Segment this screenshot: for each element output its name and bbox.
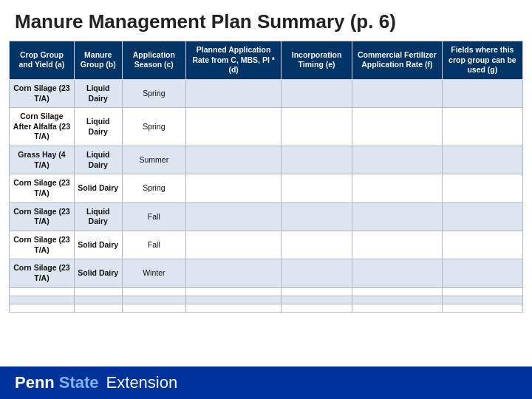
table-wrapper: Crop Group and Yield (a)Manure Group (b)… (0, 41, 532, 366)
table-cell (74, 304, 122, 312)
table-row: Corn Silage (23 T/A)Liquid DairySpring (10, 79, 523, 107)
table-cell: Corn Silage (23 T/A) (10, 202, 75, 231)
table-cell (122, 296, 185, 304)
table-cell (282, 174, 352, 202)
table-header: Planned Application Rate from C, MBS, PI… (186, 41, 282, 80)
table-cell: Liquid Dairy (74, 108, 122, 146)
table-cell (352, 304, 442, 312)
table-cell: Grass Hay (4 T/A) (10, 146, 75, 174)
table-row: Corn Silage (23 T/A)Solid DairyFall (10, 231, 523, 259)
table-cell (10, 304, 75, 312)
table-row: Corn Silage (23 T/A)Solid DairySpring (10, 174, 523, 202)
table-cell (186, 146, 282, 174)
table-cell (442, 146, 522, 174)
table-cell: Corn Silage (23 T/A) (10, 259, 75, 287)
table-cell (352, 296, 442, 304)
table-cell (74, 287, 122, 296)
table-cell (442, 202, 522, 231)
table-cell (282, 304, 352, 312)
table-cell: Winter (122, 259, 185, 287)
table-cell (186, 79, 282, 107)
table-cell (352, 108, 442, 146)
table-cell: Solid Dairy (74, 259, 122, 287)
table-cell (352, 231, 442, 259)
table-cell: Liquid Dairy (74, 202, 122, 231)
table-cell (186, 304, 282, 312)
table-cell (10, 296, 75, 304)
summary-table: Crop Group and Yield (a)Manure Group (b)… (9, 41, 523, 313)
footer-penn: Penn (15, 373, 55, 392)
table-cell: Solid Dairy (74, 174, 122, 202)
table-cell (442, 259, 522, 287)
table-cell (186, 174, 282, 202)
table-cell (186, 296, 282, 304)
table-cell: Spring (122, 108, 185, 146)
table-row: Corn Silage After Alfalfa (23 T/A)Liquid… (10, 108, 523, 146)
table-header: Incorporation Timing (e) (282, 41, 352, 80)
table-cell: Spring (122, 174, 185, 202)
table-cell (282, 231, 352, 259)
table-row (10, 304, 523, 312)
table-cell (352, 146, 442, 174)
table-cell (352, 259, 442, 287)
table-row (10, 287, 523, 296)
table-header: Commercial Fertilizer Application Rate (… (352, 41, 442, 80)
table-row: Corn Silage (23 T/A)Liquid DairyFall (10, 202, 523, 231)
table-cell: Fall (122, 202, 185, 231)
table-cell: Corn Silage (23 T/A) (10, 79, 75, 107)
table-cell: Fall (122, 231, 185, 259)
page-title: Manure Management Plan Summary (p. 6) (0, 0, 532, 41)
table-cell (282, 287, 352, 296)
table-cell (122, 304, 185, 312)
table-cell: Liquid Dairy (74, 79, 122, 107)
table-cell (186, 231, 282, 259)
footer-extension: Extension (106, 373, 178, 392)
table-cell (186, 202, 282, 231)
footer-state: State (59, 373, 99, 392)
table-cell: Corn Silage (23 T/A) (10, 174, 75, 202)
table-cell: Solid Dairy (74, 231, 122, 259)
table-header: Fields where this crop group can be used… (442, 41, 522, 80)
table-header: Crop Group and Yield (a) (10, 41, 75, 80)
table-row: Grass Hay (4 T/A)Liquid DairySummer (10, 146, 523, 174)
table-row (10, 296, 523, 304)
footer-logo: Penn State Extension (15, 373, 177, 392)
table-cell (442, 296, 522, 304)
table-cell: Liquid Dairy (74, 146, 122, 174)
table-cell (122, 287, 185, 296)
table-cell: Corn Silage After Alfalfa (23 T/A) (10, 108, 75, 146)
table-cell (186, 287, 282, 296)
table-header: Manure Group (b) (74, 41, 122, 80)
table-cell (442, 174, 522, 202)
table-cell (442, 304, 522, 312)
page-container: Manure Management Plan Summary (p. 6) Cr… (0, 0, 532, 399)
table-cell (282, 296, 352, 304)
footer-bar: Penn State Extension (0, 366, 532, 399)
table-cell (282, 79, 352, 107)
table-cell (186, 259, 282, 287)
table-cell: Corn Silage (23 T/A) (10, 231, 75, 259)
table-cell (352, 202, 442, 231)
table-cell (442, 108, 522, 146)
table-cell (282, 202, 352, 231)
table-cell: Spring (122, 79, 185, 107)
table-cell (352, 79, 442, 107)
table-cell: Summer (122, 146, 185, 174)
table-cell (442, 231, 522, 259)
table-cell (186, 108, 282, 146)
table-cell (442, 287, 522, 296)
table-cell (352, 174, 442, 202)
table-cell (282, 259, 352, 287)
table-header: Application Season (c) (122, 41, 185, 80)
table-cell (282, 146, 352, 174)
table-row: Corn Silage (23 T/A)Solid DairyWinter (10, 259, 523, 287)
table-cell (74, 296, 122, 304)
table-cell (352, 287, 442, 296)
table-cell (282, 108, 352, 146)
table-cell (442, 79, 522, 107)
table-cell (10, 287, 75, 296)
